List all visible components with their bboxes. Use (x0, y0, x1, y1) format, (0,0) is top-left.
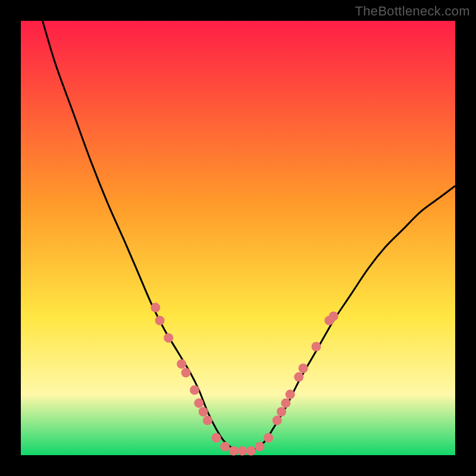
watermark-text: TheBottleneck.com (355, 4, 470, 19)
marker-dot (281, 398, 290, 408)
marker-dot (151, 303, 160, 312)
marker-dot (177, 359, 186, 369)
marker-dot (329, 311, 339, 321)
marker-dot (164, 333, 173, 343)
bottleneck-chart (0, 0, 476, 476)
marker-dot (286, 390, 295, 399)
marker-dot (190, 386, 199, 395)
plot-area (21, 21, 455, 455)
marker-dot (220, 441, 230, 451)
marker-dot (294, 372, 303, 382)
marker-dot (299, 364, 308, 373)
marker-dot (194, 398, 203, 408)
marker-dot (212, 433, 221, 443)
marker-dot (199, 407, 208, 416)
marker-dot (277, 407, 286, 416)
marker-dot (264, 433, 273, 443)
chart-frame: TheBottleneck.com (0, 0, 476, 476)
marker-dot (255, 441, 265, 451)
marker-dot (237, 446, 247, 456)
marker-dot (203, 416, 212, 425)
marker-dot (229, 446, 239, 456)
marker-dot (311, 342, 321, 352)
marker-dot (155, 316, 165, 325)
marker-dot (181, 368, 190, 377)
marker-dot (246, 446, 256, 456)
marker-dot (273, 416, 282, 425)
